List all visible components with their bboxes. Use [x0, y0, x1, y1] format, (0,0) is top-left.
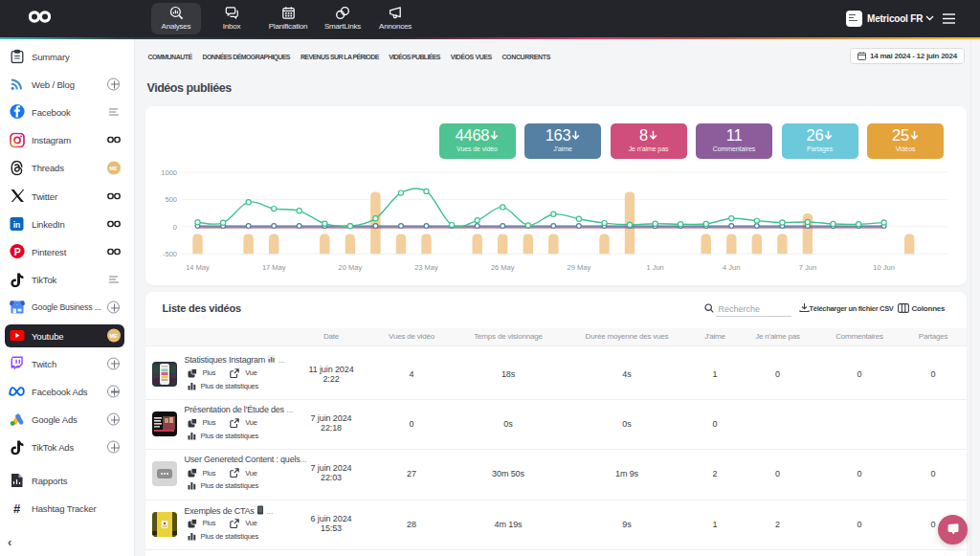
svg-text:17 May: 17 May	[261, 263, 285, 272]
svg-text:23 May: 23 May	[414, 263, 438, 272]
svg-text:1000: 1000	[161, 168, 177, 177]
svg-text:20 May: 20 May	[338, 263, 362, 272]
svg-text:29 May: 29 May	[567, 263, 590, 272]
svg-text:-500: -500	[162, 250, 176, 258]
svg-text:in: in	[13, 219, 21, 229]
svg-text:P: P	[13, 246, 20, 257]
svg-text:10 Jun: 10 Jun	[873, 263, 895, 272]
svg-text:500: 500	[165, 195, 177, 204]
svg-text:7 Jun: 7 Jun	[798, 263, 815, 272]
svg-text:1 Jun: 1 Jun	[646, 263, 663, 272]
svg-text:0: 0	[172, 223, 176, 232]
svg-text:4 Jun: 4 Jun	[723, 263, 740, 272]
svg-text:14 May: 14 May	[186, 263, 210, 272]
svg-text:26 May: 26 May	[490, 263, 514, 272]
